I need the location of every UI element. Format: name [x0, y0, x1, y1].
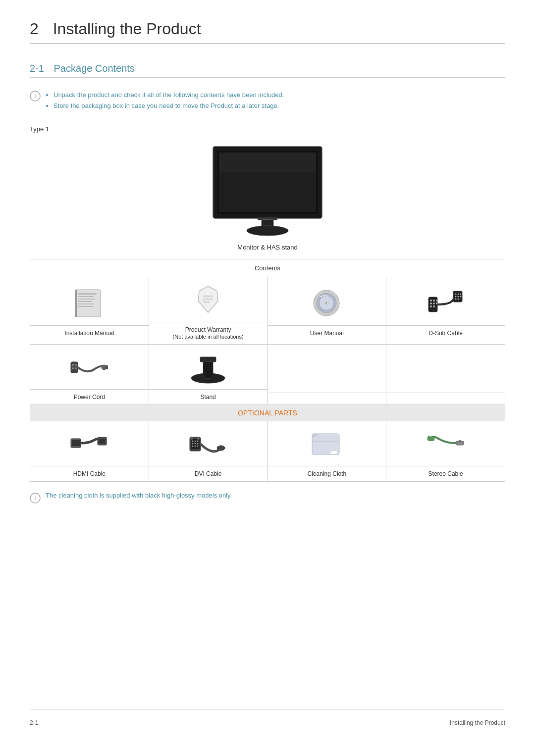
svg-text:i: i — [35, 495, 36, 502]
cleaning-cloth-icon — [268, 421, 386, 466]
optional-icons-row: HDMI Cable — [30, 421, 505, 482]
dsub-cable-icon — [386, 281, 505, 325]
svg-point-62 — [195, 441, 196, 442]
svg-rect-77 — [330, 451, 337, 454]
svg-point-39 — [460, 293, 461, 295]
stereo-cable-icon — [386, 421, 505, 466]
chapter-number: 2 — [30, 20, 39, 38]
svg-point-72 — [217, 446, 225, 451]
note-icon: i — [30, 91, 41, 101]
type-label: Type 1 — [30, 125, 505, 133]
chapter-title-text: Installing the Product — [53, 20, 201, 38]
svg-rect-56 — [72, 440, 80, 446]
svg-text:i: i — [35, 93, 36, 100]
installation-manual-icon — [30, 281, 149, 325]
svg-point-48 — [72, 367, 74, 369]
svg-point-64 — [192, 443, 194, 445]
note-text: Unpack the product and check if all of t… — [46, 90, 284, 111]
svg-rect-45 — [71, 362, 78, 373]
empty1-icon — [268, 348, 386, 393]
svg-point-46 — [72, 364, 74, 366]
contents-table: Contents — [30, 259, 505, 482]
svg-rect-54 — [200, 357, 216, 362]
svg-point-31 — [430, 302, 432, 304]
svg-point-32 — [433, 302, 435, 304]
svg-point-26 — [325, 302, 327, 304]
contents-row2-icons: Power Cord — [30, 345, 505, 405]
empty1-label — [268, 393, 386, 401]
svg-rect-16 — [78, 306, 93, 307]
item-cell-stereo-cable: Stereo Cable — [386, 421, 505, 482]
svg-point-42 — [460, 296, 461, 297]
contents-header-row: Contents — [30, 259, 505, 277]
svg-point-43 — [455, 298, 456, 300]
stereo-cable-label: Stereo Cable — [386, 466, 505, 481]
page-footer: 2-1 Installing the Product — [30, 709, 505, 726]
note-item-2: Store the packaging box in case you need… — [54, 101, 284, 111]
svg-rect-15 — [78, 303, 94, 304]
item-cell-dsub-cable: D-Sub Cable — [386, 277, 505, 345]
svg-point-38 — [457, 293, 459, 295]
svg-point-37 — [455, 293, 456, 295]
section-title-text: Package Contents — [54, 63, 134, 74]
svg-point-41 — [457, 296, 459, 297]
item-cell-empty2 — [386, 345, 505, 405]
power-cord-label: Power Cord — [30, 389, 149, 404]
dvi-label: DVI Cable — [149, 466, 268, 481]
optional-header-cell: OPTIONAL PARTS — [30, 405, 505, 421]
power-cord-icon — [30, 345, 149, 389]
cleaning-cloth-label: Cleaning Cloth — [268, 466, 386, 481]
svg-point-44 — [457, 298, 459, 300]
footer-chapter-title: Installing the Product — [450, 719, 505, 726]
svg-point-63 — [197, 441, 199, 442]
item-cell-dvi: DVI Cable — [149, 421, 268, 482]
svg-point-66 — [197, 443, 199, 445]
contents-header-cell: Contents — [30, 259, 505, 277]
section-title: 2-1 Package Contents — [30, 63, 505, 78]
item-cell-user-manual: User Manual — [268, 277, 386, 345]
stand-label: Stand — [149, 389, 268, 404]
dvi-icon — [149, 421, 268, 466]
svg-point-49 — [75, 367, 77, 369]
svg-rect-51 — [105, 365, 108, 369]
svg-point-69 — [197, 446, 199, 447]
svg-rect-53 — [203, 359, 213, 378]
optional-header-row: OPTIONAL PARTS — [30, 405, 505, 421]
svg-rect-80 — [459, 440, 461, 442]
item-cell-cleaning-cloth: Cleaning Cloth — [268, 421, 386, 482]
svg-rect-5 — [219, 152, 316, 172]
empty2-label — [386, 393, 505, 401]
footer-note-block: i The cleaning cloth is supplied with bl… — [30, 492, 505, 504]
empty2-icon — [386, 348, 505, 393]
note-item-1: Unpack the product and check if all of t… — [54, 90, 284, 101]
product-warranty-icon — [149, 277, 268, 322]
page-wrapper: 2 Installing the Product 2-1 Package Con… — [0, 0, 535, 756]
svg-point-68 — [195, 446, 196, 447]
footer-note-text: The cleaning cloth is supplied with blac… — [46, 492, 232, 499]
item-cell-product-warranty: Product Warranty(Not available in all lo… — [149, 277, 268, 345]
svg-rect-17 — [75, 290, 77, 317]
item-cell-installation-manual: Installation Manual — [30, 277, 149, 345]
item-cell-stand: Stand — [149, 345, 268, 405]
svg-rect-82 — [428, 436, 429, 438]
svg-rect-79 — [456, 441, 464, 445]
note-block: i Unpack the product and check if all of… — [30, 90, 505, 111]
svg-point-29 — [433, 300, 435, 302]
footer-page-number: 2-1 — [30, 719, 38, 726]
monitor-caption: Monitor & HAS stand — [237, 244, 297, 251]
section-number: 2-1 — [30, 63, 44, 74]
svg-point-34 — [430, 305, 432, 307]
svg-point-65 — [195, 443, 196, 445]
svg-point-71 — [197, 437, 200, 440]
svg-point-67 — [192, 446, 194, 447]
svg-point-30 — [436, 300, 438, 302]
hdmi-label: HDMI Cable — [30, 466, 149, 481]
svg-point-35 — [433, 305, 435, 307]
user-manual-label: User Manual — [268, 325, 386, 341]
item-cell-empty1 — [268, 345, 386, 405]
item-cell-hdmi: HDMI Cable — [30, 421, 149, 482]
svg-rect-14 — [78, 301, 92, 302]
svg-point-9 — [247, 226, 288, 236]
svg-point-40 — [455, 296, 456, 297]
monitor-image: SAMSUNG — [198, 142, 337, 241]
